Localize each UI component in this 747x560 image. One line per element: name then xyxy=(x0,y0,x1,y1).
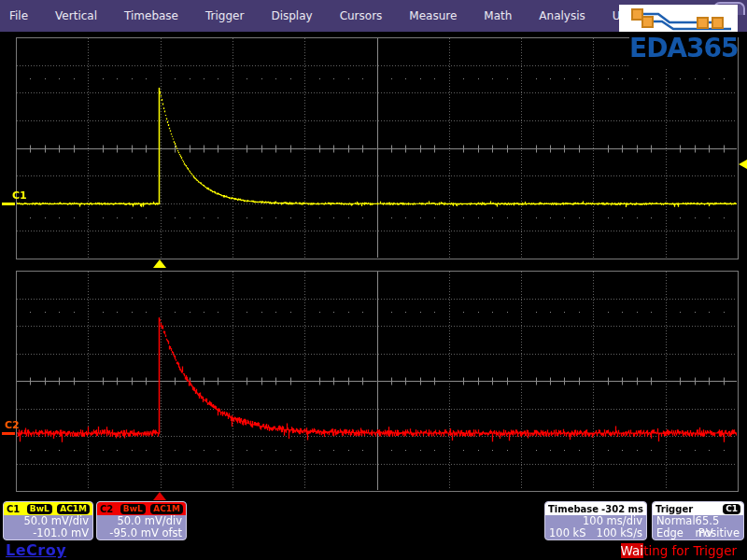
trigger-header: Trigger C1 xyxy=(653,502,743,515)
trigger-time-marker-bottom-grid[interactable] xyxy=(153,492,166,500)
menu-item-trigger[interactable]: Trigger xyxy=(205,9,244,22)
c2-bandwidth-limit-badge: BwL xyxy=(120,504,146,514)
menu-item-timebase[interactable]: Timebase xyxy=(124,9,178,22)
c2-descriptor-header: C2 BwL AC1M xyxy=(97,502,186,515)
timebase-box[interactable]: Timebase -302 ms 100 ms/div 100 kS 100 k… xyxy=(544,501,647,540)
timebase-header: Timebase -302 ms xyxy=(545,502,646,515)
menu-item-math[interactable]: Math xyxy=(484,9,512,22)
menu-item-display[interactable]: Display xyxy=(271,9,312,22)
c2-badges: BwL AC1M xyxy=(119,503,183,514)
timebase-sample-rate: 100 kS/s xyxy=(597,527,642,539)
trigger-status-message: Waiting for Trigger xyxy=(621,543,737,558)
eda365-logo-text: EDA365 xyxy=(629,32,738,67)
c1-descriptor-box[interactable]: C1 BwL AC1M 50.0 mV/div -101.0 mV xyxy=(3,501,93,540)
c1-bandwidth-limit-badge: BwL xyxy=(27,504,52,514)
c2-coupling-badge: AC1M xyxy=(150,504,183,514)
circuit-trace-icon xyxy=(619,5,738,32)
trigger-box[interactable]: Trigger C1 Normal 65.5 mV Edge Positive xyxy=(652,501,744,540)
oscilloscope-screen: File Vertical Timebase Trigger Display C… xyxy=(0,0,747,560)
timebase-title: Timebase xyxy=(548,504,599,514)
c1-channel-name: C1 xyxy=(7,504,20,514)
menu-item-vertical[interactable]: Vertical xyxy=(55,9,97,22)
eda365-logo: EDA365 xyxy=(619,5,738,67)
lecroy-logo: LeCroy xyxy=(6,541,66,559)
trigger-time-marker-top-grid[interactable] xyxy=(153,259,166,268)
menu-item-cursors[interactable]: Cursors xyxy=(340,9,383,22)
timebase-delay: -302 ms xyxy=(601,504,643,514)
menu-item-file[interactable]: File xyxy=(9,9,28,22)
waveform-display xyxy=(0,0,747,560)
menu-item-analysis[interactable]: Analysis xyxy=(539,9,585,22)
c2-channel-name: C2 xyxy=(100,504,113,514)
c1-coupling-badge: AC1M xyxy=(57,504,90,514)
status-text: ting for Trigger xyxy=(643,543,737,558)
menu-item-measure[interactable]: Measure xyxy=(409,9,457,22)
c2-trace-label: C2 xyxy=(5,419,20,431)
status-highlight: Wai xyxy=(621,543,644,558)
c1-trace-label: C1 xyxy=(12,189,27,202)
trigger-slope: Positive xyxy=(698,527,740,539)
trigger-title: Trigger xyxy=(655,504,693,514)
c1-badges: BwL AC1M xyxy=(25,503,90,514)
c2-descriptor-box[interactable]: C2 BwL AC1M 50.0 mV/div -95.0 mV ofst xyxy=(96,501,187,540)
c2-offset-indicator[interactable] xyxy=(2,432,15,435)
c1-offset-value: -101.0 mV xyxy=(4,527,92,539)
c1-descriptor-header: C1 BwL AC1M xyxy=(4,502,92,515)
c1-offset-indicator[interactable] xyxy=(2,203,15,205)
trigger-source-badge: C1 xyxy=(723,504,740,514)
trigger-type: Edge xyxy=(656,527,684,539)
trigger-level-marker[interactable] xyxy=(739,160,747,169)
eda365-circuit-graphic xyxy=(619,5,738,32)
c2-offset-value: -95.0 mV ofst xyxy=(97,527,186,539)
timebase-samples: 100 kS xyxy=(549,527,586,539)
